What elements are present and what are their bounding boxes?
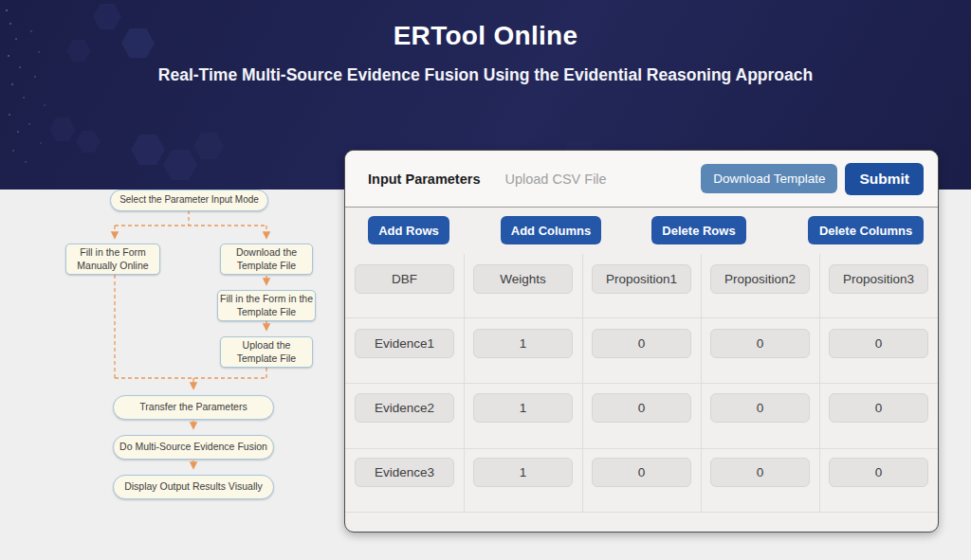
flow-node-download-template: Download the Template File — [220, 244, 313, 275]
table-cell-evidence3-prop3[interactable] — [829, 458, 928, 487]
flow-node-fill-form-template: Fill in the Form in the Template File — [217, 290, 316, 321]
flow-node-select-input-mode: Select the Parameter Input Mode — [110, 190, 268, 211]
header-cell-dbf[interactable] — [355, 264, 454, 294]
flow-node-fill-form-online: Fill in the Form Manually Online — [65, 244, 160, 275]
table-cell-evidence3-prop1[interactable] — [592, 458, 691, 487]
flow-node-display-results: Display Output Results Visually — [113, 475, 274, 499]
table-cell-evidence1-prop1[interactable] — [592, 329, 691, 358]
parameters-table: Add Rows Add Columns Delete Rows Delete … — [345, 208, 938, 532]
table-cell-evidence2-prop2[interactable] — [710, 393, 810, 423]
add-columns-button[interactable]: Add Columns — [501, 216, 601, 244]
table-cell-evidence2-name[interactable] — [355, 393, 454, 423]
header-cell-proposition2[interactable] — [710, 264, 810, 294]
table-cell-evidence1-name[interactable] — [355, 329, 454, 358]
header-cell-weights[interactable] — [473, 264, 573, 294]
table-cell-evidence3-prop2[interactable] — [710, 458, 810, 487]
flow-node-evidence-fusion: Do Multi-Source Evidence Fusion — [113, 435, 274, 460]
add-rows-button[interactable]: Add Rows — [368, 216, 449, 244]
table-cell-evidence1-weight[interactable] — [473, 329, 573, 358]
table-cell-evidence1-prop3[interactable] — [829, 329, 928, 358]
table-cell-evidence2-weight[interactable] — [473, 393, 573, 423]
panel-tabbar: Input Parameters Upload CSV File Downloa… — [345, 151, 938, 208]
grid-line — [345, 512, 938, 513]
tab-upload-csv-file[interactable]: Upload CSV File — [504, 172, 606, 187]
header-cell-proposition3[interactable] — [829, 264, 928, 294]
table-cell-evidence3-weight[interactable] — [473, 458, 573, 487]
submit-button[interactable]: Submit — [845, 163, 924, 195]
flow-node-transfer-parameters: Transfer the Parameters — [113, 395, 274, 420]
table-cell-evidence2-prop3[interactable] — [829, 393, 928, 423]
table-cell-evidence3-name[interactable] — [355, 458, 454, 487]
parameters-panel: Input Parameters Upload CSV File Downloa… — [344, 150, 939, 533]
panel-actions: Download Template Submit — [701, 163, 924, 195]
delete-rows-button[interactable]: Delete Rows — [651, 216, 746, 244]
grid-line — [345, 448, 938, 449]
flow-node-upload-template: Upload the Template File — [220, 336, 313, 368]
download-template-button[interactable]: Download Template — [701, 164, 837, 193]
table-cell-evidence2-prop1[interactable] — [592, 393, 691, 423]
grid-line — [345, 317, 938, 318]
tab-input-parameters[interactable]: Input Parameters — [368, 172, 480, 187]
header-cell-proposition1[interactable] — [592, 264, 691, 294]
delete-columns-button[interactable]: Delete Columns — [808, 216, 924, 244]
table-cell-evidence1-prop2[interactable] — [710, 329, 810, 358]
grid-line — [345, 383, 938, 384]
